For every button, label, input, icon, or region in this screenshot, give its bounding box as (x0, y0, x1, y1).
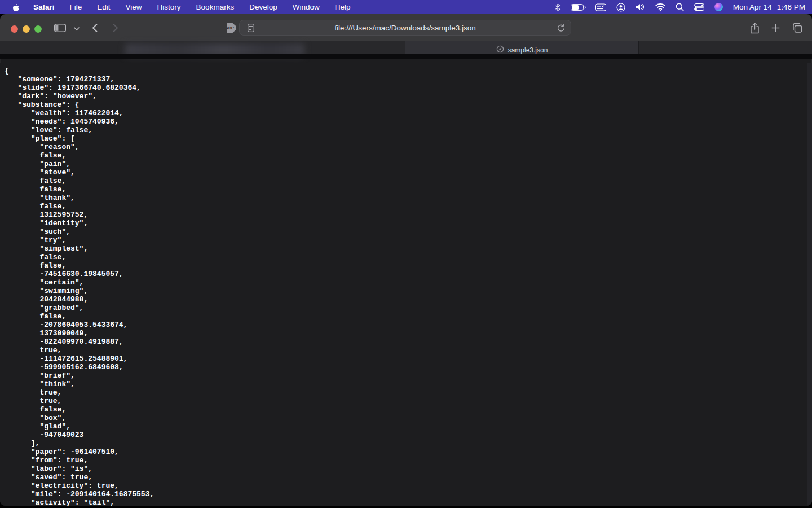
adblock-extension-button[interactable]: ABP (223, 23, 236, 33)
status-time: 1:46 PM (777, 3, 805, 11)
spotlight-search-icon[interactable] (676, 3, 684, 11)
browser-toolbar: ABP file:///Users/mac/Downloads/sample3.… (0, 14, 812, 41)
sidebar-chevron-down-icon[interactable] (74, 27, 80, 30)
control-center-icon[interactable] (694, 3, 704, 11)
user-icon[interactable] (616, 3, 625, 12)
new-tab-button[interactable] (771, 24, 780, 32)
forward-button[interactable] (113, 24, 118, 32)
vertical-scrollbar[interactable] (807, 63, 812, 506)
page-document-icon (248, 24, 254, 34)
wifi-icon[interactable] (655, 3, 665, 11)
menu-bookmarks[interactable]: Bookmarks (196, 3, 235, 11)
bluetooth-icon[interactable] (555, 3, 561, 11)
tab-bar: sample3.json (0, 41, 812, 63)
address-bar[interactable]: file:///Users/mac/Downloads/sample3.json (239, 20, 571, 36)
siri-icon[interactable] (714, 3, 723, 11)
volume-icon[interactable] (636, 3, 645, 11)
sidebar-toggle-icon[interactable] (54, 24, 66, 32)
menu-history[interactable]: History (157, 3, 181, 11)
menu-window[interactable]: Window (293, 3, 320, 11)
compass-favicon-icon (496, 45, 504, 55)
safari-window: ABP file:///Users/mac/Downloads/sample3.… (0, 14, 812, 506)
share-button[interactable] (750, 23, 760, 34)
app-menus: Safari File Edit View History Bookmarks … (33, 3, 350, 11)
apple-menu-icon[interactable] (11, 3, 19, 12)
tab-overview-button[interactable] (792, 23, 802, 33)
minimize-button[interactable] (23, 25, 30, 33)
battery-icon[interactable] (571, 4, 585, 11)
menu-edit[interactable]: Edit (97, 3, 110, 11)
menu-bar: Safari File Edit View History Bookmarks … (0, 0, 812, 14)
menu-clock[interactable]: Mon Apr 14 1:46 PM (733, 3, 805, 11)
tab-content-divider (0, 54, 812, 59)
menu-develop[interactable]: Develop (249, 3, 277, 11)
url-text: file:///Users/mac/Downloads/sample3.json (334, 24, 476, 32)
menu-help[interactable]: Help (335, 3, 351, 11)
menu-file[interactable]: File (70, 3, 82, 11)
tab-title: sample3.json (508, 46, 548, 54)
page-content: { "someone": 1794271337, "slide": 191736… (0, 63, 812, 506)
back-button[interactable] (92, 24, 98, 32)
close-button[interactable] (11, 25, 18, 33)
status-icons: Mon Apr 14 1:46 PM (555, 3, 805, 12)
zoom-button[interactable] (34, 25, 42, 33)
menu-view[interactable]: View (126, 3, 142, 11)
menu-safari[interactable]: Safari (33, 3, 55, 11)
status-date: Mon Apr 14 (733, 3, 772, 11)
keyboard-icon[interactable] (595, 3, 606, 11)
reload-icon[interactable] (557, 24, 565, 34)
json-text: { "someone": 1794271337, "slide": 191736… (0, 63, 812, 506)
